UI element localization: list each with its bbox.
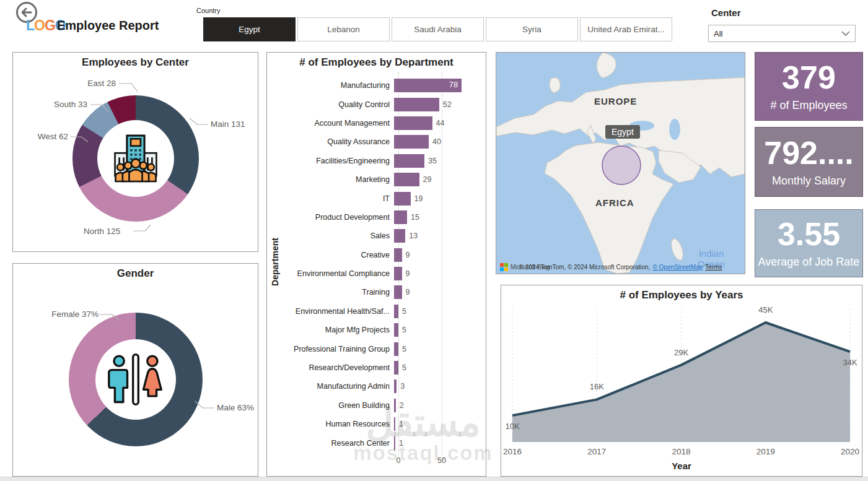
country-button-egypt[interactable]: Egypt (203, 17, 296, 41)
point-label: 10K (505, 422, 519, 431)
bar[interactable] (394, 154, 424, 168)
country-button-saudi-arabia[interactable]: Saudi Arabia (392, 17, 484, 41)
bar-row: Quality Assurance40 (267, 132, 483, 151)
kpi-salary-label: Monthly Salary (772, 175, 846, 188)
bar-value: 19 (414, 194, 423, 203)
bar-category-label: Marketing (267, 175, 394, 184)
bar-row: Research/Development5 (267, 358, 483, 377)
kpi-jobrate-card[interactable]: 3.55 Average of Job Rate (755, 209, 863, 277)
bar[interactable] (394, 399, 396, 412)
bar[interactable] (394, 379, 397, 393)
kpi-jobrate-value: 3.55 (778, 218, 840, 250)
bar[interactable] (394, 417, 395, 431)
year-tick: 2019 (756, 447, 775, 456)
back-arrow-icon (20, 6, 33, 19)
bar-row: Green Building2 (267, 396, 483, 415)
bar-category-label: Quality Assurance (267, 137, 394, 146)
bar-row: Marketing29 (267, 170, 483, 189)
bar-value: 9 (406, 269, 410, 278)
bar-category-label: Research/Development (267, 363, 394, 372)
country-button-syria[interactable]: Syria (486, 17, 578, 41)
bar[interactable] (394, 135, 429, 149)
gender-panel: Gender Female 37% Male 63% (12, 263, 258, 477)
x-axis-tick: 50 (437, 456, 446, 465)
kpi-employees-card[interactable]: 379 # of Employees (755, 52, 863, 121)
bar[interactable] (394, 98, 439, 111)
bar-value: 1 (399, 439, 403, 448)
slice-label-south: South 33 (54, 100, 87, 109)
openstreetmap-link[interactable]: © OpenStreetMap (652, 264, 703, 271)
scrollbar[interactable] (0, 477, 868, 481)
bar[interactable] (394, 323, 398, 337)
bar-row: Major Mfg Projects5 (267, 321, 483, 339)
bar[interactable] (394, 248, 402, 262)
gender-donut-hole (95, 339, 176, 420)
bar-category-label: Training (267, 288, 394, 297)
africa-label: AFRICA (595, 197, 634, 208)
bar-row: Research Center1 (267, 433, 483, 452)
bar[interactable] (394, 210, 407, 224)
bar[interactable] (394, 229, 405, 243)
bar[interactable] (394, 173, 419, 186)
slice-label-east: East 28 (87, 79, 116, 88)
bar-value: 1 (399, 420, 403, 428)
kpi-salary-value: 792.... (764, 137, 854, 169)
terms-link[interactable]: Terms (705, 264, 722, 271)
bar-category-label: Environmental Health/Saf... (267, 307, 394, 316)
bar-value: 2 (400, 401, 404, 410)
country-button-lebanon[interactable]: Lebanon (297, 17, 390, 41)
egypt-tooltip: Egypt (605, 125, 640, 139)
bar[interactable] (394, 267, 402, 280)
slice-label-male: Male 63% (217, 403, 254, 412)
bar-category-label: Quality Control (267, 100, 394, 109)
country-button-uae[interactable]: United Arab Emirat... (580, 17, 672, 41)
bar-category-label: Sales (267, 232, 394, 240)
employees-by-center-panel: Employees by Center (12, 52, 258, 252)
slice-label-north: North 125 (84, 227, 120, 236)
world-map (496, 53, 745, 274)
x-axis-tick: 0 (397, 456, 401, 465)
bar-row: Environmental Compliance9 (267, 264, 483, 283)
employees-by-department-title: # of Employees by Department (267, 56, 486, 69)
point-label: 29K (674, 348, 688, 357)
bar-category-label: Creative (267, 251, 394, 259)
bar[interactable] (394, 342, 398, 356)
bar-category-label: Research Center (267, 439, 394, 448)
bar[interactable] (394, 361, 398, 375)
bar-row: Facilities/Engineering35 (267, 152, 483, 170)
bar[interactable] (394, 285, 402, 299)
bar[interactable] (394, 192, 411, 206)
map-panel[interactable]: EUROPE AFRICA Indian Ocean Egypt Microso… (496, 52, 745, 274)
bar-value: 78 (449, 80, 458, 89)
bar-value: 13 (409, 232, 418, 240)
kpi-salary-card[interactable]: 792.... Monthly Salary (755, 127, 863, 197)
bar-value: 3 (400, 382, 405, 391)
bar-value: 35 (428, 157, 437, 165)
bar[interactable] (394, 305, 398, 318)
year-tick: 2018 (672, 447, 690, 456)
point-label: 34K (843, 358, 857, 367)
logo-letter: G (45, 17, 55, 33)
kpi-employees-label: # of Employees (770, 99, 847, 112)
bar-row: IT19 (267, 189, 483, 207)
country-filter: Egypt Lebanon Saudi Arabia Syria United … (203, 17, 672, 41)
bar-value: 9 (406, 251, 410, 259)
bar-category-label: Major Mfg Projects (267, 326, 394, 334)
bar-row: Sales13 (267, 227, 483, 245)
male-female-icon (106, 350, 165, 409)
bar-value: 5 (402, 307, 406, 316)
bar-value: 15 (411, 213, 419, 222)
center-filter-label: Center (711, 7, 741, 18)
dashboard: LOGO Employee Report Country Egypt Leban… (0, 0, 868, 481)
kpi-employees-value: 379 (782, 61, 836, 93)
employees-by-department-panel: # of Employees by Department Manufacturi… (266, 52, 486, 477)
egypt-bubble[interactable] (602, 146, 641, 184)
bar-value: 9 (406, 288, 410, 297)
employees-by-years-panel: # of Employees by Years 10K16K29K45K34K … (501, 285, 862, 477)
bar-category-label: Green Building (267, 401, 394, 410)
center-dropdown[interactable]: All (708, 25, 856, 42)
bar[interactable] (394, 116, 432, 130)
bar[interactable] (394, 436, 395, 450)
department-bars: Manufacturing78Quality Control52Account … (267, 76, 483, 453)
bar[interactable]: 78 (394, 79, 462, 92)
